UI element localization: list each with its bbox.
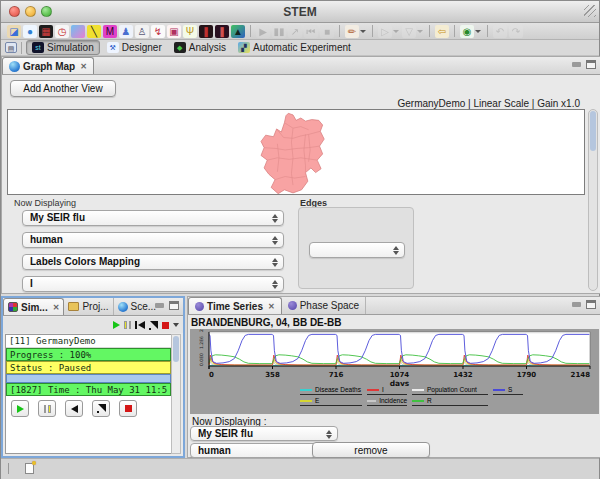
debug-config-icon: ▽ [402, 25, 416, 38]
globe-icon [118, 302, 128, 312]
reset-icon[interactable] [135, 321, 145, 329]
infector-icon[interactable]: ❚ [199, 25, 213, 38]
progress-row[interactable]: Progress : 100% [6, 348, 171, 361]
tab-time-series[interactable]: Time Series ✕ [188, 297, 282, 314]
perspective-tab-designer[interactable]: ⚒ Designer [102, 41, 167, 54]
model-icon[interactable]: ╲ [87, 25, 101, 38]
person-blue-icon[interactable]: ♟ [119, 25, 133, 38]
close-icon[interactable]: ✕ [80, 62, 87, 71]
record-icon[interactable]: ◉ [460, 25, 474, 38]
population-select-value: human [30, 234, 63, 245]
maximize-view-button[interactable] [586, 60, 596, 69]
tab-label: Phase Space [300, 300, 360, 311]
chart-dot-icon [195, 302, 204, 311]
dropdown-arrow-icon[interactable] [475, 30, 481, 33]
pause-icon: ▮▮ [272, 25, 286, 38]
open-perspective-icon[interactable]: ▤ [5, 42, 17, 53]
simulation-list[interactable]: [11] GermanyDemo Progress : 100% Status … [5, 334, 172, 454]
play-icon[interactable] [113, 321, 120, 329]
status-row[interactable]: Status : Paused [6, 361, 171, 374]
region-title: BRANDENBURG, 04, BB DE-BB [191, 317, 342, 328]
pause-button[interactable] [38, 400, 56, 417]
redo-icon: ↷ [509, 25, 523, 38]
scenario-icon[interactable] [71, 25, 85, 38]
dropdown-arrow-icon [417, 30, 423, 33]
tab-label: Graph Map [23, 61, 75, 72]
time-row[interactable]: [1827] Time : Thu May 31 11:5 [6, 383, 171, 396]
stop-button[interactable] [119, 400, 137, 417]
resize-grip-icon[interactable] [584, 5, 596, 17]
folder-icon [68, 302, 79, 311]
geo-view-icon[interactable]: ▲ [231, 25, 245, 38]
maximize-view-button[interactable] [586, 300, 596, 309]
remove-button[interactable]: remove [312, 442, 430, 458]
decorator-select[interactable]: My SEIR flu [22, 210, 284, 226]
tab-projects[interactable]: Proj... [64, 298, 113, 315]
timeseries-chart-svg: 03587161074143217902148days0.0E01.2E62.5… [190, 329, 599, 386]
reset-button[interactable] [65, 400, 83, 417]
separator-row[interactable] [6, 374, 171, 383]
map-scrollbar[interactable] [588, 109, 598, 291]
dropdown-arrow-icon[interactable] [360, 30, 366, 33]
experiment-icon[interactable]: M [103, 25, 117, 38]
decorator-select[interactable]: My SEIR flu [190, 426, 338, 441]
step-button[interactable] [92, 400, 110, 417]
perspective-tab-automatic-experiment[interactable]: ▞ Automatic Experiment [233, 41, 356, 54]
legend-item-s: S [493, 386, 523, 395]
population-select[interactable]: human [22, 232, 284, 248]
view-menu-icon[interactable] [173, 323, 179, 327]
launch-icon[interactable]: ✏ [345, 25, 359, 38]
add-another-view-button[interactable]: Add Another View [10, 80, 116, 97]
new-scenario-icon[interactable]: ◪ [7, 25, 21, 38]
minimize-view-button[interactable] [572, 62, 581, 67]
perspective-tab-label: Simulation [47, 42, 94, 53]
graph-icon[interactable]: ↯ [151, 25, 165, 38]
legend-swatch [367, 400, 376, 402]
svg-text:0: 0 [209, 371, 214, 379]
sim-control-toolbar [3, 317, 183, 333]
perspective-tab-analysis[interactable]: ◆ Analysis [169, 41, 231, 54]
simulation-name-row[interactable]: [11] GermanyDemo [6, 335, 171, 348]
back-arrow-icon[interactable]: ⇦ [435, 25, 449, 38]
globe-icon [9, 61, 20, 72]
play-button[interactable] [11, 400, 29, 417]
legend-swatch [367, 389, 379, 391]
run-config-icon: ▷ [378, 25, 392, 38]
stop-icon[interactable] [162, 322, 169, 329]
wheat-icon[interactable]: Ψ [183, 25, 197, 38]
step-icon[interactable] [149, 321, 158, 330]
close-icon[interactable]: ✕ [53, 303, 60, 312]
tab-graph-map[interactable]: Graph Map ✕ [2, 57, 94, 74]
mapping-select[interactable]: Labels Colors Mapping [22, 254, 284, 270]
globe-icon[interactable]: ● [23, 25, 37, 38]
svg-text:1432: 1432 [453, 371, 473, 379]
map-view-icon[interactable]: ▦ [39, 25, 53, 38]
tab-simulation-control[interactable]: Sim... ✕ [3, 298, 64, 315]
automatic-experiment-perspective-icon: ▞ [238, 42, 250, 53]
simulation-control-icon [8, 302, 18, 312]
sim-control-tabbar: Sim... ✕ Proj... Sce... [3, 298, 183, 316]
maximize-view-button[interactable] [169, 301, 179, 310]
fast-view-icon[interactable] [25, 463, 34, 474]
edges-select[interactable] [309, 242, 405, 258]
person-gray-icon[interactable]: ♙ [135, 25, 149, 38]
tab-scenarios[interactable]: Sce... [114, 298, 161, 315]
clock-icon[interactable]: ◷ [55, 25, 69, 38]
compartment-select[interactable]: I [22, 276, 284, 292]
sim-list-scrollbar[interactable] [171, 334, 181, 454]
legend-swatch [493, 389, 505, 391]
minimize-view-button[interactable] [155, 303, 164, 308]
svg-text:358: 358 [265, 371, 280, 379]
modifier-icon[interactable]: ▣ [167, 25, 181, 38]
legend-swatch [300, 389, 312, 391]
svg-text:2.5E6: 2.5E6 [199, 329, 204, 332]
close-icon[interactable]: ✕ [268, 302, 275, 311]
tab-phase-space[interactable]: Phase Space [282, 297, 367, 314]
minimize-view-button[interactable] [572, 302, 581, 307]
perspective-tab-simulation[interactable]: st Simulation [26, 40, 100, 55]
dropdown-arrow-icon [393, 30, 399, 33]
pause-icon[interactable] [124, 321, 131, 329]
title-bar[interactable]: STEM [1, 1, 599, 23]
inoculator-icon[interactable]: ❚ [215, 25, 229, 38]
map-canvas[interactable] [7, 109, 585, 195]
